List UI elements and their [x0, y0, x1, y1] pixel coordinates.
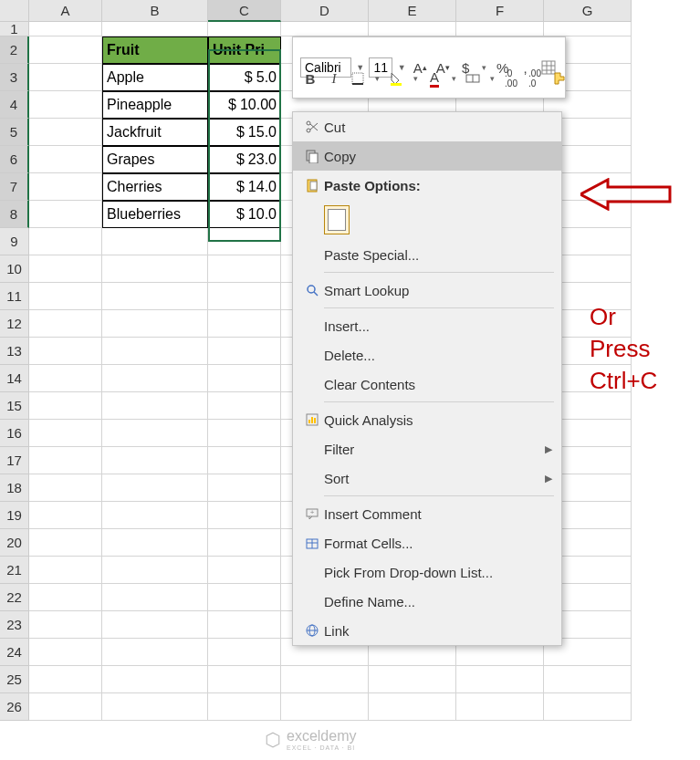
cell[interactable] — [102, 502, 208, 529]
cell[interactable] — [208, 666, 281, 693]
cell[interactable] — [29, 338, 102, 365]
fill-color-dropdown-icon[interactable]: ▾ — [410, 70, 421, 87]
cell[interactable]: Unit Pri — [208, 36, 281, 64]
bold-button[interactable]: B — [300, 68, 320, 88]
merge-dropdown-icon[interactable]: ▾ — [486, 70, 497, 87]
menu-pick-from-list[interactable]: Pick From Drop-down List... — [293, 557, 561, 587]
cell[interactable] — [544, 693, 632, 721]
cell[interactable] — [29, 584, 102, 611]
cell[interactable] — [208, 693, 281, 721]
menu-quick-analysis[interactable]: Quick Analysis — [293, 405, 561, 434]
cell[interactable] — [208, 365, 281, 392]
cell[interactable] — [29, 420, 102, 447]
menu-cut[interactable]: Cut — [293, 112, 561, 141]
cell[interactable] — [29, 365, 102, 392]
col-header-c[interactable]: C — [208, 0, 281, 22]
row-header-8[interactable]: 8 — [0, 201, 29, 228]
cell[interactable] — [29, 474, 102, 502]
cell[interactable] — [29, 36, 102, 64]
cell[interactable] — [29, 502, 102, 529]
cell[interactable]: $14.0 — [208, 173, 281, 201]
cell[interactable] — [281, 693, 369, 721]
menu-clear-contents[interactable]: Clear Contents — [293, 370, 561, 399]
cell[interactable] — [544, 666, 632, 693]
menu-link[interactable]: Link — [293, 616, 561, 645]
menu-delete[interactable]: Delete... — [293, 340, 561, 370]
cell[interactable] — [29, 201, 102, 228]
cell[interactable] — [29, 447, 102, 474]
cell[interactable] — [29, 146, 102, 173]
row-header-6[interactable]: 6 — [0, 146, 29, 173]
row-header-5[interactable]: 5 — [0, 119, 29, 146]
menu-smart-lookup[interactable]: Smart Lookup — [293, 276, 561, 305]
menu-define-name[interactable]: Define Name... — [293, 587, 561, 616]
cell[interactable] — [369, 22, 456, 36]
cell[interactable] — [102, 392, 208, 420]
row-header-20[interactable]: 20 — [0, 529, 29, 557]
cell[interactable] — [544, 22, 632, 36]
cell[interactable] — [208, 557, 281, 584]
font-color-dropdown-icon[interactable]: ▾ — [448, 70, 459, 87]
cell[interactable] — [208, 639, 281, 666]
cell[interactable] — [29, 639, 102, 666]
row-header-18[interactable]: 18 — [0, 474, 29, 502]
cell[interactable] — [102, 420, 208, 447]
borders-dropdown-icon[interactable]: ▾ — [371, 70, 382, 87]
cell[interactable] — [102, 611, 208, 639]
cell[interactable] — [29, 529, 102, 557]
cell[interactable] — [102, 584, 208, 611]
cell[interactable] — [208, 283, 281, 310]
row-header-1[interactable]: 1 — [0, 22, 29, 36]
fill-color-icon[interactable] — [386, 68, 406, 88]
cell[interactable] — [208, 310, 281, 338]
row-header-19[interactable]: 19 — [0, 502, 29, 529]
row-header-24[interactable]: 24 — [0, 639, 29, 666]
row-header-10[interactable]: 10 — [0, 255, 29, 283]
cell[interactable] — [208, 447, 281, 474]
cell[interactable]: $10.0 — [208, 201, 281, 228]
cell[interactable] — [208, 392, 281, 420]
cell[interactable] — [29, 64, 102, 91]
format-painter-icon[interactable] — [549, 68, 569, 88]
row-header-15[interactable]: 15 — [0, 392, 29, 420]
cell[interactable] — [281, 666, 369, 693]
cell[interactable] — [29, 228, 102, 255]
cell[interactable] — [208, 584, 281, 611]
col-header-a[interactable]: A — [29, 0, 102, 22]
cell[interactable] — [29, 693, 102, 721]
row-header-7[interactable]: 7 — [0, 173, 29, 201]
col-header-g[interactable]: G — [544, 0, 632, 22]
cell[interactable] — [208, 22, 281, 36]
merge-icon[interactable] — [463, 68, 483, 88]
cell[interactable] — [102, 474, 208, 502]
cell[interactable]: Blueberries — [102, 201, 208, 228]
row-header-26[interactable]: 26 — [0, 693, 29, 721]
cell[interactable] — [29, 283, 102, 310]
increase-decimal-icon[interactable]: .0.00 — [501, 68, 521, 88]
cell[interactable]: $23.0 — [208, 146, 281, 173]
row-header-21[interactable]: 21 — [0, 557, 29, 584]
row-header-13[interactable]: 13 — [0, 338, 29, 365]
cell[interactable] — [29, 91, 102, 119]
cell[interactable] — [29, 611, 102, 639]
italic-button[interactable]: I — [324, 68, 344, 88]
cell[interactable] — [208, 529, 281, 557]
cell[interactable] — [102, 447, 208, 474]
borders-icon[interactable] — [348, 68, 368, 88]
cell[interactable] — [102, 365, 208, 392]
row-header-16[interactable]: 16 — [0, 420, 29, 447]
cell[interactable] — [29, 22, 102, 36]
col-header-e[interactable]: E — [369, 0, 456, 22]
menu-format-cells[interactable]: Format Cells... — [293, 528, 561, 557]
cell[interactable] — [102, 283, 208, 310]
cell[interactable] — [369, 693, 456, 721]
col-header-b[interactable]: B — [102, 0, 208, 22]
row-header-9[interactable]: 9 — [0, 228, 29, 255]
cell[interactable] — [29, 173, 102, 201]
cell[interactable]: Cherries — [102, 173, 208, 201]
cell[interactable] — [102, 557, 208, 584]
cell[interactable] — [102, 255, 208, 283]
col-header-f[interactable]: F — [456, 0, 544, 22]
row-header-12[interactable]: 12 — [0, 310, 29, 338]
col-header-d[interactable]: D — [281, 0, 369, 22]
